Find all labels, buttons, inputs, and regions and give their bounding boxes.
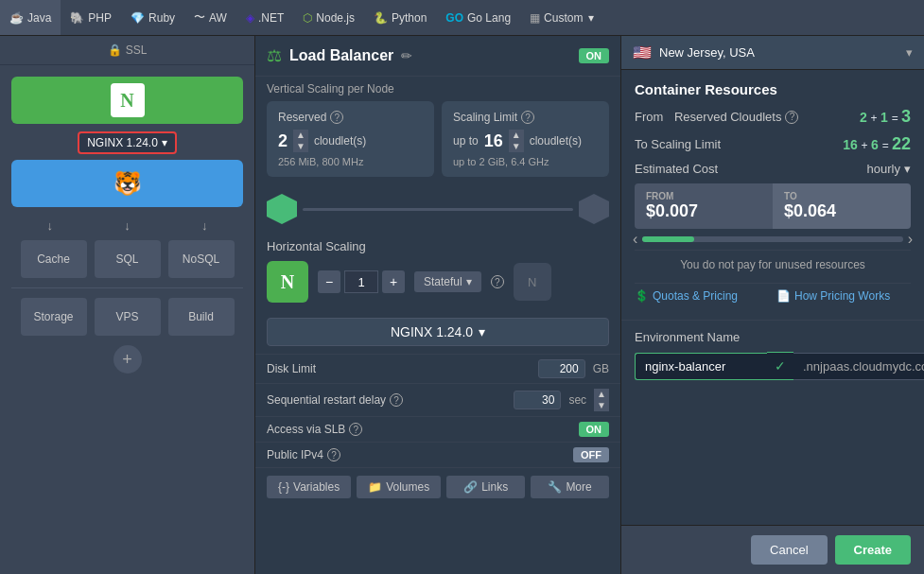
seq-restart-help-icon[interactable]: ? xyxy=(390,393,403,407)
nav-custom[interactable]: ▦ Custom ▾ xyxy=(520,0,603,35)
ssl-lock-icon: 🔒 xyxy=(108,43,122,57)
nav-java[interactable]: ☕ Java xyxy=(0,0,61,35)
create-button[interactable]: Create xyxy=(835,535,911,565)
price-from-box: FROM $0.007 xyxy=(635,183,773,229)
quotas-pricing-link[interactable]: 💲 Quotas & Pricing xyxy=(635,289,769,303)
to-scaling-val: 16 + 6 = 22 xyxy=(843,134,911,154)
reserved-down-button[interactable]: ▼ xyxy=(293,141,308,152)
node-count-increase-button[interactable]: + xyxy=(382,270,405,293)
seq-restart-up-button[interactable]: ▲ xyxy=(594,389,609,400)
lb-edit-icon[interactable]: ✏ xyxy=(401,48,412,63)
version-caret-icon: ▾ xyxy=(479,324,485,339)
volumes-button[interactable]: 📁 Volumes xyxy=(357,476,441,498)
stateful-help-icon[interactable]: ? xyxy=(491,275,504,288)
reserved-spinner: ▲ ▼ xyxy=(293,130,308,152)
env-check-icon: ✓ xyxy=(767,352,793,380)
nav-custom-label: Custom xyxy=(544,11,583,25)
reserved-up-button[interactable]: ▲ xyxy=(293,130,308,141)
nav-java-label: Java xyxy=(27,11,51,25)
seq-restart-input[interactable] xyxy=(514,391,561,409)
main-area: 🔒 SSL N NGINX 1.24.0 ▾ 🐯 ↓ ↓ ↓ xyxy=(0,36,924,574)
sql-box[interactable]: SQL xyxy=(95,240,161,278)
stateful-label: Stateful xyxy=(424,275,462,288)
nav-nodejs[interactable]: ⬡ Node.js xyxy=(293,0,364,35)
environment-name-section: Environment Name ✓ .nnjpaas.cloudmydc.co… xyxy=(621,320,924,390)
stateful-button[interactable]: Stateful ▾ xyxy=(414,271,481,292)
more-label: More xyxy=(566,480,591,494)
disabled-node-icon: N xyxy=(514,263,551,301)
env-input-row: ✓ .nnjpaas.cloudmydc.com xyxy=(635,352,911,380)
lb-header: ⚖ Load Balancer ✏ ON xyxy=(255,36,620,77)
reserved-label: Reserved xyxy=(278,111,326,124)
reserved-cloudlets-help-icon[interactable]: ? xyxy=(785,111,798,124)
seq-restart-down-button[interactable]: ▼ xyxy=(594,400,609,411)
lb-toggle[interactable]: ON xyxy=(579,48,610,63)
tiger-node: 🐯 xyxy=(11,160,243,207)
quotas-icon: 💲 xyxy=(635,289,649,303)
nav-python[interactable]: 🐍 Python xyxy=(364,0,436,35)
disk-limit-input[interactable] xyxy=(538,359,585,378)
env-name-input[interactable] xyxy=(635,353,767,380)
ssl-bar: 🔒 SSL xyxy=(0,36,254,65)
scaling-limit-down-button[interactable]: ▼ xyxy=(509,141,524,152)
arrow-down-3: ↓ xyxy=(201,218,208,233)
cost-freq-dropdown[interactable]: hourly ▾ xyxy=(867,162,911,176)
scaling-limit-up-button[interactable]: ▲ xyxy=(509,130,524,141)
nginx-version-dropdown[interactable]: NGINX 1.24.0 ▾ xyxy=(78,131,177,154)
left-panel: 🔒 SSL N NGINX 1.24.0 ▾ 🐯 ↓ ↓ ↓ xyxy=(0,36,255,574)
cancel-button[interactable]: Cancel xyxy=(751,535,827,565)
cache-box[interactable]: Cache xyxy=(21,240,87,278)
nav-aw[interactable]: 〜 AW xyxy=(184,0,236,35)
nav-golang[interactable]: GO Go Lang xyxy=(436,0,520,35)
nosql-box[interactable]: NoSQL xyxy=(168,240,235,278)
vps-box[interactable]: VPS xyxy=(95,298,161,336)
nav-net[interactable]: ◈ .NET xyxy=(236,0,293,35)
version-dropdown[interactable]: NGINX 1.24.0 ▾ xyxy=(267,318,609,346)
java-icon: ☕ xyxy=(9,11,24,25)
nginx-icon-small: N xyxy=(267,261,308,303)
seq-restart-spinner: ▲ ▼ xyxy=(594,389,609,411)
plus-icon: + xyxy=(122,350,132,370)
ssl-label: SSL xyxy=(126,43,148,57)
public-ipv4-toggle[interactable]: OFF xyxy=(573,447,609,462)
access-slb-row: Access via SLB ? ON xyxy=(255,416,620,442)
reserved-help-icon[interactable]: ? xyxy=(330,111,343,124)
from-label: From xyxy=(635,110,663,124)
more-button[interactable]: 🔧 More xyxy=(531,476,609,498)
nginx-version-label: NGINX 1.24.0 xyxy=(87,136,158,149)
scaling-limit-help-icon[interactable]: ? xyxy=(521,111,534,124)
how-pricing-icon: 📄 xyxy=(776,289,791,303)
how-pricing-link[interactable]: 📄 How Pricing Works xyxy=(776,289,911,303)
links-button[interactable]: 🔗 Links xyxy=(446,476,525,498)
slider-right-arrow-icon[interactable]: › xyxy=(908,231,913,248)
stateful-caret-icon: ▾ xyxy=(466,275,472,288)
public-ipv4-row: Public IPv4 ? OFF xyxy=(255,442,620,467)
from-cloudlets-val: 2 + 1 = 3 xyxy=(860,107,911,127)
node-count-control: − + xyxy=(318,270,405,293)
nodejs-icon: ⬡ xyxy=(303,11,312,25)
nav-net-label: .NET xyxy=(258,11,284,25)
access-slb-help-icon[interactable]: ? xyxy=(349,423,362,436)
access-slb-toggle[interactable]: ON xyxy=(579,422,610,437)
variables-button[interactable]: {-} Variables xyxy=(267,476,351,498)
custom-icon: ▦ xyxy=(530,11,540,25)
lb-icon: ⚖ xyxy=(267,45,282,66)
storage-box[interactable]: Storage xyxy=(21,298,87,336)
variables-label: Variables xyxy=(293,480,340,494)
nginx-logo: N xyxy=(111,83,145,117)
nav-ruby[interactable]: 💎 Ruby xyxy=(121,0,184,35)
nav-php[interactable]: 🐘 PHP xyxy=(61,0,121,35)
hex-inactive xyxy=(579,194,609,224)
hex-active xyxy=(267,194,297,224)
build-box[interactable]: Build xyxy=(168,298,235,336)
node-count-input[interactable] xyxy=(344,270,378,293)
region-bar[interactable]: 🇺🇸 New Jersey, USA ▾ xyxy=(621,36,924,70)
add-node-button[interactable]: + xyxy=(113,345,142,374)
node-count-decrease-button[interactable]: − xyxy=(318,270,340,293)
public-ipv4-help-icon[interactable]: ? xyxy=(327,448,340,461)
price-from-val: $0.007 xyxy=(646,201,761,221)
scaling-limit-label: Scaling Limit xyxy=(453,111,517,124)
scaling-limit-sub: up to 2 GiB, 6.4 GHz xyxy=(453,156,598,167)
slider-left-arrow-icon[interactable]: ‹ xyxy=(633,231,637,248)
seq-restart-row: Sequential restart delay ? sec ▲ ▼ xyxy=(255,383,620,416)
